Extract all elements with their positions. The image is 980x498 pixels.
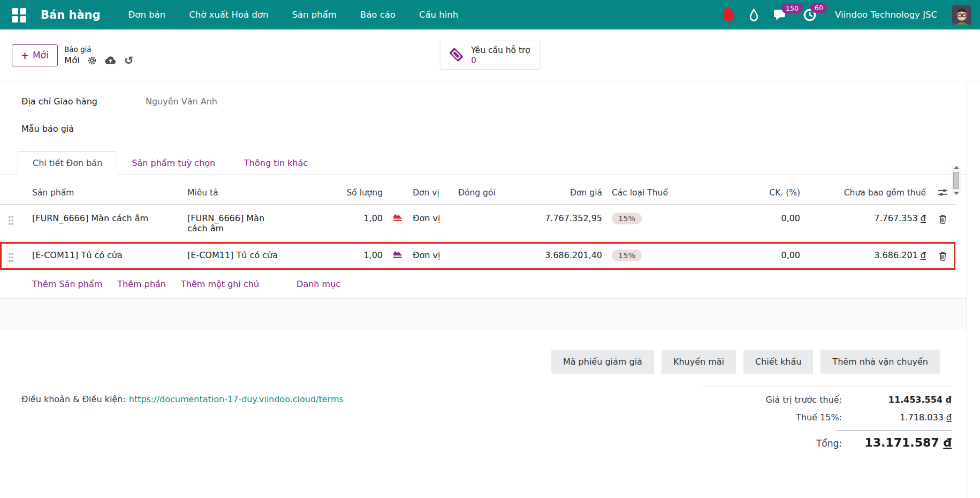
scroll-down-arrow[interactable] [954,192,959,195]
unit-price-cell[interactable]: 7.767.352,95 [529,213,606,223]
totals-block: Giá trị trước thuế: 11.453.554 đ Thuế 15… [700,387,952,457]
col-unit-price[interactable]: Đơn giá [529,188,606,198]
col-discount[interactable]: CK. (%) [700,188,804,198]
field-label: Địa chỉ Giao hàng [21,96,146,107]
plus-icon: + [21,50,29,61]
grand-total-row: Tổng: 13.171.587 đ [700,436,952,449]
gear-icon[interactable] [87,56,97,65]
tax-cell[interactable]: 15% [606,213,700,224]
menu-cho-xuat-hoa-don[interactable]: Chờ xuất Hoá đơn [189,10,268,20]
menu-cau-hinh[interactable]: Cấu hình [419,10,458,20]
breadcrumb-current: Mới [64,55,80,65]
product-cell[interactable]: [FURN_6666] Màn cách âm [21,213,182,223]
activities-clock-icon[interactable]: 60 [803,8,817,22]
subtotal-cell: 3.686.201 đ [804,250,930,260]
promotions-button[interactable]: Khuyến mãi [662,350,736,374]
untaxed-amount-row: Giá trị trước thuế: 11.453.554 đ [700,395,952,405]
new-button[interactable]: + Mới [12,44,58,66]
delete-line-icon[interactable] [930,250,955,261]
catalog-link[interactable]: Danh mục [297,279,340,289]
tax-amount: 1.718.033 đ [842,412,952,422]
col-product[interactable]: Sản phẩm [21,188,182,198]
cloud-upload-icon[interactable] [104,55,117,65]
subtotal-cell: 7.767.353 đ [804,213,930,223]
order-lines-header: Sản phẩm Miêu tả Số lượng Đơn vị Đóng gó… [0,175,955,205]
scrollbar-thumb[interactable] [953,172,959,189]
totals-divider [837,430,952,431]
tab-order-lines[interactable]: Chi tiết Đơn bán [18,151,117,175]
col-packaging[interactable]: Đóng gói [454,188,529,198]
drag-handle[interactable] [0,213,21,225]
discount-cell[interactable]: 0,00 [700,213,804,223]
add-note-link[interactable]: Thêm một ghi chú [181,279,259,289]
discount-cell[interactable]: 0,00 [700,250,804,260]
tab-optional-products[interactable]: Sản phẩm tuỳ chọn [117,152,230,175]
menu-bao-cao[interactable]: Báo cáo [360,10,396,20]
recording-indicator-icon [723,8,734,22]
form-sheet: Địa chỉ Giao hàng Nguyễn Văn Anh Mẫu báo… [0,81,967,498]
field-delivery-address: Địa chỉ Giao hàng Nguyễn Văn Anh [21,96,967,107]
forecast-chart-icon[interactable] [387,250,408,259]
product-cell[interactable]: [E-COM11] Tủ có cửa [21,250,182,260]
currency-symbol: đ [921,250,926,260]
breadcrumb: Báo giá Mới ↺ [64,45,134,66]
uom-cell[interactable]: Đơn vị [408,213,454,223]
top-navbar: Bán hàng Đơn bán Chờ xuất Hoá đơn Sản ph… [0,0,980,29]
tax-cell[interactable]: 15% [606,250,700,261]
add-section-link[interactable]: Thêm phần [117,279,166,289]
notebook-tabs: Chi tiết Đơn bán Sản phẩm tuỳ chọn Thông… [0,151,967,175]
ticket-icon [447,46,465,65]
currency-symbol: đ [921,213,926,223]
forecast-chart-icon[interactable] [387,213,408,222]
delivery-address-value[interactable]: Nguyễn Văn Anh [146,96,217,107]
quantity-cell[interactable]: 1,00 [331,213,387,223]
description-cell[interactable]: [FURN_6666] Màn cách âm [182,213,331,233]
order-line-row[interactable]: [FURN_6666] Màn cách âm [FURN_6666] Màn … [0,205,955,242]
col-description[interactable]: Miêu tả [182,188,331,198]
delete-line-icon[interactable] [930,213,955,224]
discard-undo-icon[interactable]: ↺ [124,55,134,66]
promotion-actions: Mã phiếu giảm giá Khuyến mãi Chiết khấu … [0,350,967,374]
discount-button[interactable]: Chiết khấu [743,350,813,374]
field-quotation-template: Mẫu báo giá [21,124,967,134]
breadcrumb-parent[interactable]: Báo giá [64,45,134,54]
support-request-button[interactable]: Yêu cầu hỗ trợ 0 [439,41,541,70]
drag-handle[interactable] [0,250,21,262]
col-quantity[interactable]: Số lượng [331,188,387,198]
tax-badge: 15% [612,213,642,224]
scroll-up-arrow[interactable] [954,166,959,169]
support-count: 0 [471,56,476,65]
quantity-cell[interactable]: 1,00 [331,250,387,260]
add-product-link[interactable]: Thêm Sản phẩm [32,279,102,289]
tax-amount-row: Thuế 15%: 1.718.033 đ [700,412,952,422]
col-uom[interactable]: Đơn vị [408,188,454,198]
coupon-code-button[interactable]: Mã phiếu giảm giá [551,350,654,374]
order-line-row-highlighted[interactable]: [E-COM11] Tủ có cửa [E-COM11] Tủ có cửa … [0,242,955,270]
main-menu: Đơn bán Chờ xuất Hoá đơn Sản phẩm Báo cá… [128,10,459,20]
messages-badge: 150 [781,3,803,13]
control-panel: + Mới Báo giá Mới ↺ Yêu cầu hỗ trợ 0 [0,29,980,81]
vertical-scrollbar[interactable] [952,165,961,196]
company-name[interactable]: Viindoo Technology JSC [835,10,937,20]
col-taxes[interactable]: Các loại Thuế [606,188,700,198]
unit-price-cell[interactable]: 3.686.201,40 [529,250,606,260]
tax-badge: 15% [612,250,642,261]
terms-link[interactable]: https://documentation-17-duy.viindoo.clo… [129,394,344,404]
menu-don-ban[interactable]: Đơn bán [128,10,166,20]
col-subtotal[interactable]: Chưa bao gồm thuế [804,188,930,198]
droplet-icon[interactable] [749,9,759,21]
uom-cell[interactable]: Đơn vị [408,250,454,260]
user-avatar[interactable] [952,5,971,25]
menu-san-pham[interactable]: Sản phẩm [292,10,336,20]
terms-line: Điều khoản & Điều kiện:https://documenta… [21,394,344,457]
field-label: Mẫu báo giá [21,124,146,134]
untaxed-amount: 11.453.554 đ [842,395,952,405]
add-shipping-button[interactable]: Thêm nhà vận chuyển [821,350,940,374]
line-add-links: Thêm Sản phẩm Thêm phần Thêm một ghi chú… [0,270,967,298]
tab-other-info[interactable]: Thông tin khác [230,152,322,175]
apps-grid-icon[interactable] [12,8,26,22]
app-name[interactable]: Bán hàng [41,9,101,21]
terms-label: Điều khoản & Điều kiện: [21,394,126,404]
messages-icon[interactable]: 150 [774,9,788,21]
description-cell[interactable]: [E-COM11] Tủ có cửa [182,250,331,260]
